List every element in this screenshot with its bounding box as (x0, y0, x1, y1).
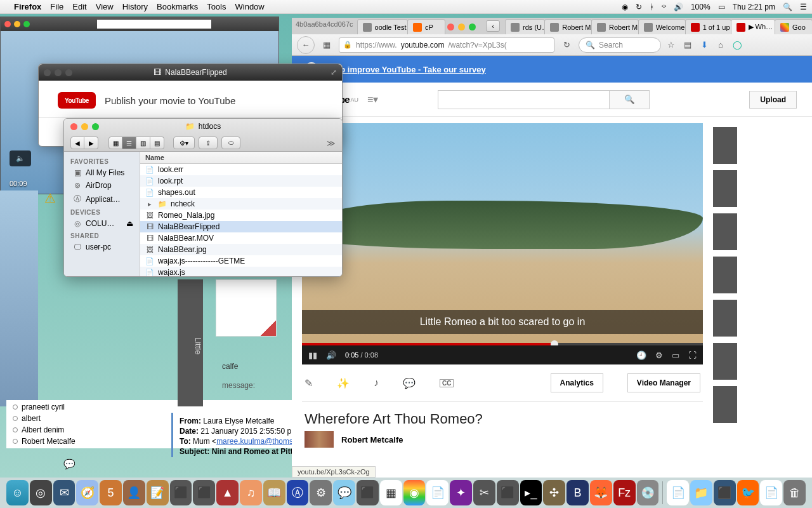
theater-mode-icon[interactable]: ▭ (672, 351, 679, 360)
menu-bookmarks[interactable]: Bookmarks (157, 2, 198, 11)
volume-overlay-icon[interactable]: 🔈 (10, 150, 31, 166)
dock-chrome-icon[interactable]: ◉ (403, 480, 426, 505)
dock-stack-icon[interactable]: 📁 (690, 480, 712, 505)
zoom-icon[interactable] (23, 21, 30, 27)
app-name[interactable]: Firefox (14, 2, 41, 11)
coverflow-view-button[interactable]: ▤ (150, 137, 164, 149)
suggested-thumbnail[interactable] (713, 127, 737, 164)
zoom-icon[interactable] (92, 123, 99, 130)
dock-app-icon[interactable]: ✦ (450, 480, 472, 505)
share-titlebar[interactable]: 🎞 NalaBBearFlipped ⤢ (39, 64, 342, 81)
audio-icon[interactable]: ♪ (374, 377, 379, 389)
suggested-thumbnail[interactable] (713, 300, 737, 337)
dock-ibooks-icon[interactable]: 📖 (263, 480, 285, 505)
dock-app-icon[interactable]: ⬛ (193, 480, 215, 505)
reader-icon[interactable]: ▤ (681, 40, 694, 50)
icloud-icon[interactable]: ◉ (622, 3, 628, 11)
dock-safari-icon[interactable]: 🧭 (76, 480, 98, 505)
menu-view[interactable]: View (96, 2, 114, 11)
dock-filezilla-icon[interactable]: Fz (613, 480, 636, 505)
annotations-icon[interactable]: 💬 (403, 377, 416, 389)
close-icon[interactable] (44, 69, 51, 76)
browser-tab[interactable]: Welcome… (638, 19, 686, 34)
dock-contacts-icon[interactable]: 👤 (123, 480, 145, 505)
guide-menu-icon[interactable]: ≡▾ (367, 93, 378, 105)
file-row[interactable]: 📄wajax.js (140, 267, 342, 277)
dock-app-icon[interactable]: 💿 (637, 480, 659, 505)
dock-app-icon[interactable]: ▲ (216, 480, 239, 505)
column-header-name[interactable]: Name (140, 152, 342, 164)
upload-button[interactable]: Upload (749, 91, 797, 109)
file-row[interactable]: ▸📁ncheck (140, 198, 342, 210)
toolbar-overflow-icon[interactable]: ≫ (327, 138, 336, 148)
zoom-icon[interactable] (469, 23, 476, 30)
dock-firefox-icon[interactable]: 🦊 (590, 480, 612, 505)
sidebar-item[interactable]: ▣All My Files (64, 166, 140, 179)
bookmark-star-icon[interactable]: ☆ (665, 40, 678, 50)
dock-app-icon[interactable]: B (566, 480, 589, 505)
browser-tab[interactable]: Robert M… (544, 19, 592, 34)
channel-avatar[interactable] (304, 431, 334, 448)
file-row[interactable]: 🎞NalaBBearFlipped (140, 221, 342, 232)
dock-preferences-icon[interactable]: ⚙ (310, 480, 332, 505)
suggested-thumbnail[interactable] (713, 343, 737, 380)
suggested-thumbnail[interactable] (713, 257, 737, 293)
dock-textedit-icon[interactable]: 📄 (426, 480, 449, 505)
dock-app-icon[interactable]: ⬛ (357, 480, 379, 505)
back-button[interactable]: ← (297, 36, 315, 54)
history-back-button[interactable]: ‹ (486, 20, 500, 32)
compose-icon[interactable]: 💬 (63, 458, 75, 470)
home-icon[interactable]: ⌂ (714, 40, 727, 50)
dock-appstore-icon[interactable]: Ⓐ (287, 480, 309, 505)
dock-launchpad-icon[interactable]: ◎ (30, 480, 52, 505)
suggested-thumbnail[interactable] (713, 170, 737, 207)
volume-button[interactable]: 🔊 (326, 351, 336, 360)
search-button[interactable]: 🔍 (609, 90, 650, 109)
minimize-icon[interactable] (81, 123, 88, 130)
dock-trash-icon[interactable]: 🗑 (783, 480, 806, 505)
battery-icon[interactable]: ▭ (718, 3, 725, 11)
browser-tab[interactable]: rds (U… (505, 19, 545, 34)
view-mode-group[interactable]: ▦ ☰ ▥ ▤ (108, 137, 164, 149)
survey-banner[interactable]: ✻ Help improve YouTube - Take our survey (292, 56, 812, 83)
action-menu-button[interactable]: ⚙▾ (173, 137, 195, 149)
watch-later-icon[interactable]: 🕘 (636, 351, 646, 360)
nav-back-forward[interactable]: ◀ ▶ (70, 137, 98, 149)
menu-tools[interactable]: Tools (207, 2, 226, 11)
sidebar-item[interactable]: 🖵user-pc (64, 241, 140, 253)
clock[interactable]: Thu 2:21 pm (733, 3, 775, 11)
back-button[interactable]: ◀ (70, 137, 84, 149)
identity-button[interactable]: ▦ (318, 37, 335, 53)
volume-icon[interactable]: 🔊 (674, 3, 683, 11)
file-row[interactable]: 🎞NalaBBear.MOV (140, 232, 342, 244)
close-icon[interactable] (70, 123, 77, 130)
dock-stack-icon[interactable]: ⬛ (714, 480, 736, 505)
file-row[interactable]: 📄look.rpt (140, 175, 342, 187)
menu-history[interactable]: History (122, 2, 148, 11)
video-player[interactable]: Little Romeo a bit too scared to go in ▮… (302, 123, 703, 364)
forward-button[interactable]: ▶ (84, 137, 98, 149)
dock-ical-icon[interactable]: 5 (100, 480, 122, 505)
analytics-button[interactable]: Analytics (551, 373, 603, 392)
menu-edit[interactable]: Edit (72, 2, 86, 11)
settings-gear-icon[interactable]: ⚙ (655, 351, 663, 360)
dock-terminal-icon[interactable]: ▸_ (520, 480, 542, 505)
pause-button[interactable]: ▮▮ (308, 351, 317, 360)
dock-stack-icon[interactable]: 📄 (667, 480, 689, 505)
dock-mail-icon[interactable]: ✉ (53, 480, 75, 505)
downloads-icon[interactable]: ⬇ (698, 40, 710, 50)
search-input[interactable] (438, 90, 609, 109)
sidebar-item[interactable]: ⊚AirDrop (64, 179, 140, 192)
file-row[interactable]: 🖼Romeo_Nala.jpg (140, 210, 342, 221)
edit-icon[interactable]: ✎ (304, 377, 313, 389)
dock-swift-icon[interactable]: 🐦 (737, 480, 759, 505)
tags-button[interactable]: ⬭ (221, 137, 240, 149)
file-row[interactable]: 📄wajax.js-------------GETME (140, 255, 342, 267)
addon-icon[interactable]: ◯ (731, 40, 743, 50)
dock-app-icon[interactable]: ⬛ (497, 480, 519, 505)
browser-tab[interactable]: 1 of 1 up… (685, 19, 731, 34)
minimize-icon[interactable] (458, 23, 465, 30)
column-view-button[interactable]: ▥ (136, 137, 150, 149)
dock-app-icon[interactable]: ✣ (543, 480, 565, 505)
file-row[interactable]: 📄look.err (140, 164, 342, 175)
